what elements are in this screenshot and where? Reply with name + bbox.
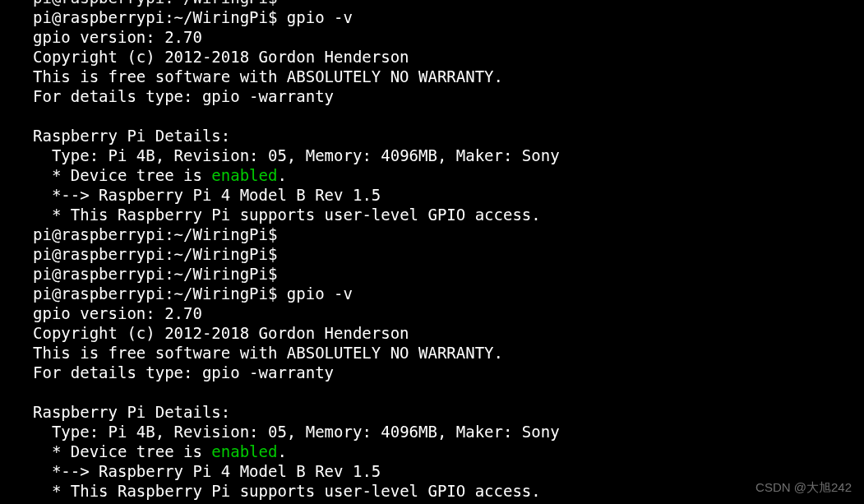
terminal-text: Copyright (c) 2012-2018 Gordon Henderson <box>33 47 409 67</box>
terminal-text: gpio version: 2.70 <box>33 27 202 47</box>
terminal-text: pi@raspberrypi:~/WiringPi$ gpio -v <box>33 7 353 27</box>
terminal-text: . <box>277 165 286 185</box>
terminal-text: . <box>277 442 286 461</box>
terminal-text: *--> Raspberry Pi 4 Model B Rev 1.5 <box>33 185 381 205</box>
terminal-line: * This Raspberry Pi supports user-level … <box>33 481 864 501</box>
terminal-text: pi@raspberrypi:~/WiringPi$ <box>33 0 277 7</box>
terminal-line <box>33 106 864 126</box>
terminal-text: This is free software with ABSOLUTELY NO… <box>33 67 503 86</box>
terminal-line: Raspberry Pi Details: <box>33 402 864 422</box>
terminal-text: For details type: gpio -warranty <box>33 363 334 382</box>
terminal-line: gpio version: 2.70 <box>33 27 864 47</box>
terminal-line: gpio version: 2.70 <box>33 303 864 323</box>
terminal-line: Type: Pi 4B, Revision: 05, Memory: 4096M… <box>33 422 864 442</box>
terminal-text: * This Raspberry Pi supports user-level … <box>33 205 541 224</box>
terminal-text: Raspberry Pi Details: <box>33 402 230 422</box>
terminal-line: *--> Raspberry Pi 4 Model B Rev 1.5 <box>33 185 864 205</box>
terminal-line: pi@raspberrypi:~/WiringPi$ <box>33 0 864 7</box>
terminal-text: * This Raspberry Pi supports user-level … <box>33 481 541 501</box>
terminal-text: pi@raspberrypi:~/WiringPi$ <box>33 244 277 264</box>
watermark-label: CSDN @大旭242 <box>755 478 852 497</box>
terminal-text: Type: Pi 4B, Revision: 05, Memory: 4096M… <box>33 146 560 165</box>
terminal-line: For details type: gpio -warranty <box>33 363 864 382</box>
terminal-text: gpio version: 2.70 <box>33 303 202 323</box>
terminal-output[interactable]: pi@raspberrypi:~/WiringPi$pi@raspberrypi… <box>0 0 864 501</box>
terminal-line: * Device tree is enabled. <box>33 165 864 185</box>
terminal-line: pi@raspberrypi:~/WiringPi$ <box>33 264 864 284</box>
terminal-line: This is free software with ABSOLUTELY NO… <box>33 67 864 86</box>
terminal-text: * Device tree is <box>33 442 211 461</box>
terminal-line: Raspberry Pi Details: <box>33 126 864 146</box>
terminal-text: *--> Raspberry Pi 4 Model B Rev 1.5 <box>33 461 381 481</box>
terminal-text: enabled <box>211 442 277 461</box>
terminal-line: Copyright (c) 2012-2018 Gordon Henderson <box>33 323 864 343</box>
terminal-line: *--> Raspberry Pi 4 Model B Rev 1.5 <box>33 461 864 481</box>
terminal-text: * Device tree is <box>33 165 211 185</box>
terminal-line: For details type: gpio -warranty <box>33 86 864 106</box>
terminal-text: This is free software with ABSOLUTELY NO… <box>33 343 503 363</box>
terminal-line: pi@raspberrypi:~/WiringPi$ <box>33 224 864 244</box>
terminal-text: pi@raspberrypi:~/WiringPi$ <box>33 224 277 244</box>
terminal-text: Type: Pi 4B, Revision: 05, Memory: 4096M… <box>33 422 560 442</box>
terminal-text: For details type: gpio -warranty <box>33 86 334 106</box>
terminal-line <box>33 382 864 402</box>
terminal-line: This is free software with ABSOLUTELY NO… <box>33 343 864 363</box>
terminal-line: * This Raspberry Pi supports user-level … <box>33 205 864 224</box>
terminal-text: Copyright (c) 2012-2018 Gordon Henderson <box>33 323 409 343</box>
terminal-text: enabled <box>211 165 277 185</box>
terminal-line: * Device tree is enabled. <box>33 442 864 461</box>
terminal-text: pi@raspberrypi:~/WiringPi$ <box>33 264 277 284</box>
terminal-line: pi@raspberrypi:~/WiringPi$ gpio -v <box>33 7 864 27</box>
terminal-text: Raspberry Pi Details: <box>33 126 230 146</box>
terminal-line: pi@raspberrypi:~/WiringPi$ <box>33 244 864 264</box>
terminal-line: pi@raspberrypi:~/WiringPi$ gpio -v <box>33 284 864 303</box>
terminal-text: pi@raspberrypi:~/WiringPi$ gpio -v <box>33 284 353 303</box>
terminal-line: Copyright (c) 2012-2018 Gordon Henderson <box>33 47 864 67</box>
terminal-line: Type: Pi 4B, Revision: 05, Memory: 4096M… <box>33 146 864 165</box>
